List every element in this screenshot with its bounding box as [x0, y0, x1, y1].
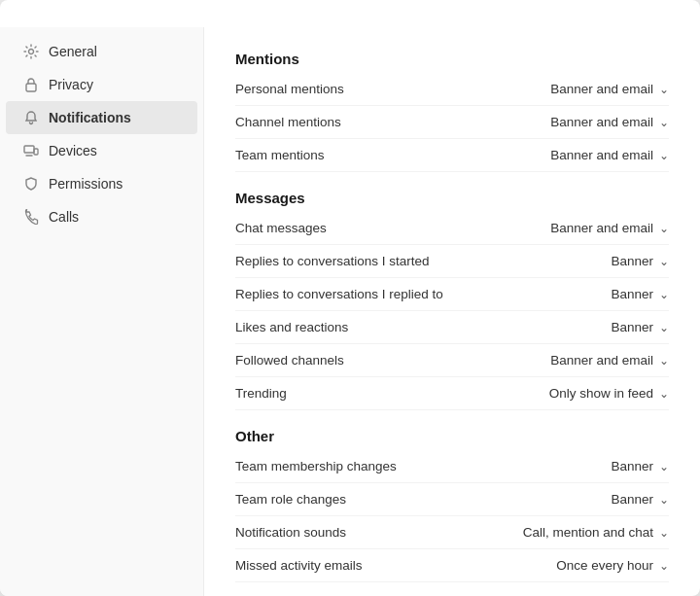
setting-value-text: Only show in feed: [549, 386, 653, 401]
chevron-down-icon: ⌄: [659, 387, 669, 401]
setting-value-text: Banner: [611, 287, 653, 301]
setting-value-text: Banner and email: [550, 115, 653, 129]
sidebar-item-permissions[interactable]: Permissions: [6, 167, 197, 200]
table-row: Team membership changes Banner ⌄: [235, 450, 669, 483]
setting-value-dropdown[interactable]: Banner ⌄: [504, 492, 669, 507]
phone-icon: [23, 209, 39, 225]
svg-rect-2: [24, 146, 34, 153]
chevron-down-icon: ⌄: [659, 255, 669, 268]
setting-value-dropdown[interactable]: Only show in feed ⌄: [504, 386, 669, 401]
setting-label: Personal mentions: [235, 82, 344, 96]
table-row: Replies to conversations I started Banne…: [235, 245, 669, 278]
section-header-2: Other: [235, 428, 669, 444]
table-row: Channel mentions Banner and email ⌄: [235, 106, 669, 139]
table-row: Followed channels Banner and email ⌄: [235, 344, 669, 377]
chevron-down-icon: ⌄: [659, 354, 669, 368]
setting-value-text: Banner and email: [550, 221, 653, 235]
sidebar-item-calls[interactable]: Calls: [6, 200, 197, 233]
sidebar-item-notifications[interactable]: Notifications: [6, 101, 197, 134]
setting-label: Replies to conversations I started: [235, 254, 430, 268]
sidebar-item-label: Calls: [49, 209, 79, 225]
table-row: Team mentions Banner and email ⌄: [235, 139, 669, 172]
setting-value-text: Banner and email: [550, 148, 653, 162]
setting-label: Replies to conversations I replied to: [235, 287, 443, 301]
setting-value-dropdown[interactable]: Banner and email ⌄: [504, 353, 669, 368]
svg-point-0: [29, 50, 34, 54]
setting-value-dropdown[interactable]: Banner and email ⌄: [504, 148, 669, 162]
setting-value-text: Banner and email: [550, 353, 653, 368]
setting-label: Team membership changes: [235, 459, 397, 473]
sidebar-item-label: Privacy: [49, 77, 93, 92]
setting-value-text: Once every hour: [556, 558, 653, 573]
main-content: Mentions Personal mentions Banner and em…: [204, 27, 700, 596]
setting-label: Channel mentions: [235, 115, 341, 129]
setting-label: Chat messages: [235, 221, 327, 235]
setting-value-text: Banner: [611, 254, 653, 268]
setting-label: Team mentions: [235, 148, 325, 162]
gear-icon: [23, 44, 39, 59]
setting-value-text: Call, mention and chat: [523, 525, 653, 540]
settings-window: General Privacy Notifications Devices Pe…: [0, 0, 700, 596]
section-header-0: Mentions: [235, 51, 669, 67]
sidebar: General Privacy Notifications Devices Pe…: [0, 27, 204, 596]
svg-rect-1: [26, 84, 36, 91]
table-row: Notification sounds Call, mention and ch…: [235, 516, 669, 549]
table-row: Trending Only show in feed ⌄: [235, 377, 669, 410]
content-area: General Privacy Notifications Devices Pe…: [0, 27, 700, 596]
sidebar-item-privacy[interactable]: Privacy: [6, 68, 197, 101]
setting-value-dropdown[interactable]: Banner ⌄: [504, 320, 669, 334]
setting-value-dropdown[interactable]: Banner and email ⌄: [504, 115, 669, 129]
title-bar: [0, 0, 700, 27]
sidebar-item-general[interactable]: General: [6, 35, 197, 68]
setting-value-dropdown[interactable]: Banner and email ⌄: [504, 82, 669, 96]
chevron-down-icon: ⌄: [659, 222, 669, 235]
chevron-down-icon: ⌄: [659, 83, 669, 96]
lock-icon: [23, 77, 39, 92]
setting-value-dropdown[interactable]: Banner and email ⌄: [504, 221, 669, 235]
chevron-down-icon: ⌄: [659, 116, 669, 129]
setting-label: Team role changes: [235, 492, 346, 507]
setting-value-text: Banner: [611, 492, 653, 507]
sidebar-item-label: Notifications: [49, 110, 131, 125]
setting-label: Notification sounds: [235, 525, 346, 540]
chevron-down-icon: ⌄: [659, 526, 669, 540]
chevron-down-icon: ⌄: [659, 460, 669, 473]
chevron-down-icon: ⌄: [659, 493, 669, 507]
table-row: Team role changes Banner ⌄: [235, 483, 669, 516]
sidebar-item-label: General: [49, 44, 97, 59]
setting-value-text: Banner and email: [550, 82, 653, 96]
sidebar-item-label: Permissions: [49, 176, 122, 192]
setting-label: Followed channels: [235, 353, 344, 368]
sidebar-item-devices[interactable]: Devices: [6, 134, 197, 167]
chevron-down-icon: ⌄: [659, 559, 669, 573]
setting-label: Missed activity emails: [235, 558, 363, 573]
devices-icon: [23, 143, 39, 158]
sidebar-item-label: Devices: [49, 143, 97, 158]
setting-value-dropdown[interactable]: Call, mention and chat ⌄: [504, 525, 669, 540]
setting-value-dropdown[interactable]: Banner ⌄: [504, 254, 669, 268]
table-row: Replies to conversations I replied to Ba…: [235, 278, 669, 311]
table-row: Chat messages Banner and email ⌄: [235, 212, 669, 245]
setting-value-dropdown[interactable]: Banner ⌄: [504, 459, 669, 473]
chevron-down-icon: ⌄: [659, 149, 669, 162]
setting-label: Trending: [235, 386, 287, 401]
setting-value-text: Banner: [611, 459, 653, 473]
table-row: Likes and reactions Banner ⌄: [235, 311, 669, 344]
setting-value-dropdown[interactable]: Banner ⌄: [504, 287, 669, 301]
svg-rect-3: [34, 149, 38, 155]
bell-icon: [23, 110, 39, 125]
close-button[interactable]: [669, 16, 681, 19]
chevron-down-icon: ⌄: [659, 321, 669, 334]
shield-icon: [23, 176, 39, 192]
section-header-1: Messages: [235, 190, 669, 206]
chevron-down-icon: ⌄: [659, 288, 669, 301]
table-row: Personal mentions Banner and email ⌄: [235, 73, 669, 106]
table-row: Missed activity emails Once every hour ⌄: [235, 549, 669, 582]
setting-value-dropdown[interactable]: Once every hour ⌄: [504, 558, 669, 573]
setting-label: Likes and reactions: [235, 320, 348, 334]
setting-value-text: Banner: [611, 320, 653, 334]
